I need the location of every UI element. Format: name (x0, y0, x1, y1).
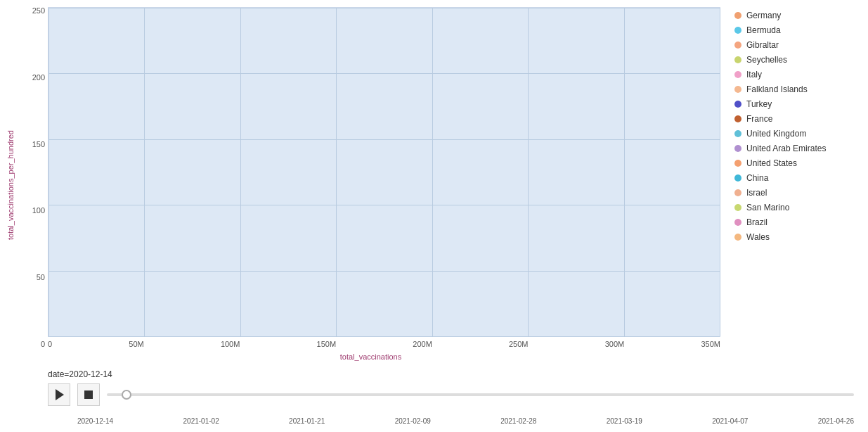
chart-frame: 250 200 150 100 50 0 (21, 7, 720, 364)
timeline-dates-row: 2020-12-14 2021-01-02 2021-01-21 2021-02… (48, 416, 854, 425)
legend-dot-uae (734, 145, 741, 152)
legend-item-sanmarino: San Marino (734, 203, 861, 212)
legend-label-turkey: Turkey (746, 99, 772, 109)
grid-line-v-5 (528, 8, 529, 336)
x-tick-0: 0 (48, 340, 52, 348)
legend: Germany Bermuda Gibraltar Seychelles (720, 7, 861, 364)
x-tick-150m: 150M (317, 340, 337, 348)
legend-item-turkey: Turkey (734, 99, 861, 109)
grid-line-v-1 (144, 8, 145, 336)
y-tick-50: 50 (21, 274, 45, 281)
legend-label-germany: Germany (746, 11, 781, 20)
legend-dot-us (734, 160, 741, 167)
legend-dot-italy (734, 71, 741, 78)
legend-item-us: United States (734, 158, 861, 168)
legend-item-wales: Wales (734, 232, 861, 242)
legend-label-france: France (746, 114, 772, 124)
playback-row (48, 383, 854, 406)
y-tick-250: 250 (21, 7, 45, 15)
timeline-slider-thumb[interactable] (122, 390, 131, 400)
y-tick-150: 150 (21, 141, 45, 148)
grid-line-v-0 (48, 8, 49, 336)
grid-line-v-3 (336, 8, 337, 336)
legend-label-china: China (746, 173, 768, 183)
y-tick-100: 100 (21, 207, 45, 215)
legend-item-bermuda: Bermuda (734, 25, 861, 35)
timeline-date-5: 2021-03-19 (607, 417, 642, 425)
legend-item-uk: United Kingdom (734, 129, 861, 139)
legend-dot-china (734, 174, 741, 182)
plot-area (48, 7, 720, 337)
chart-inner: 250 200 150 100 50 0 (21, 7, 720, 348)
x-axis-ticks: 0 50M 100M 150M 200M 250M 300M 350M (48, 337, 720, 348)
x-axis-label: total_vaccinations (21, 348, 720, 364)
chart-area: total_vaccinations_per_hundred 250 200 1… (0, 7, 861, 364)
timeline-date-7: 2021-04-26 (818, 417, 854, 425)
timeline-date-0: 2020-12-14 (77, 417, 113, 425)
legend-item-germany: Germany (734, 11, 861, 20)
date-label: date=2020-12-14 (48, 369, 854, 379)
grid-line-h-3 (48, 205, 720, 205)
y-tick-200: 200 (21, 74, 45, 82)
legend-dot-france (734, 115, 741, 122)
play-icon (56, 389, 64, 400)
legend-item-seychelles: Seychelles (734, 55, 861, 65)
grid-line-v-6 (624, 8, 625, 336)
tick-marks-svg (77, 411, 854, 414)
grid-line-h-0 (48, 8, 720, 8)
legend-dot-turkey (734, 101, 741, 108)
legend-dot-bermuda (734, 27, 741, 34)
legend-label-falkland: Falkland Islands (746, 84, 808, 94)
legend-label-brazil: Brazil (746, 217, 767, 227)
legend-dot-germany (734, 12, 741, 19)
timeline-date-1: 2021-01-02 (183, 417, 219, 425)
legend-label-sanmarino: San Marino (746, 203, 789, 212)
x-tick-350m: 350M (701, 340, 720, 348)
legend-dot-uk (734, 130, 741, 137)
grid-line-v-7 (720, 8, 720, 336)
main-container: total_vaccinations_per_hundred 250 200 1… (0, 0, 868, 432)
grid-line-v-4 (432, 8, 433, 336)
legend-label-italy: Italy (746, 70, 762, 80)
legend-item-china: China (734, 173, 861, 183)
legend-item-falkland: Falkland Islands (734, 84, 861, 94)
grid-line-h-2 (48, 139, 720, 140)
legend-label-wales: Wales (746, 232, 770, 242)
legend-dot-gibraltar (734, 42, 741, 49)
x-tick-250m: 250M (509, 340, 529, 348)
timeline-date-4: 2021-02-28 (500, 417, 536, 425)
controls-area: date=2020-12-14 2020-12-14 2021-01-02 2 (0, 364, 861, 425)
grid-line-h-4 (48, 271, 720, 272)
legend-label-uae: United Arab Emirates (746, 144, 826, 153)
legend-item-gibraltar: Gibraltar (734, 40, 861, 50)
legend-label-uk: United Kingdom (746, 129, 806, 139)
legend-dot-brazil (734, 219, 741, 226)
stop-button[interactable] (77, 383, 100, 406)
grid-lines (48, 8, 720, 336)
legend-item-italy: Italy (734, 70, 861, 80)
legend-item-france: France (734, 114, 861, 124)
legend-dot-sanmarino (734, 204, 741, 211)
chart-with-axes: 250 200 150 100 50 0 (21, 7, 861, 364)
legend-dot-falkland (734, 86, 741, 93)
legend-item-brazil: Brazil (734, 217, 861, 227)
timeline-date-6: 2021-04-07 (712, 417, 748, 425)
legend-label-seychelles: Seychelles (746, 55, 787, 65)
grid-line-h-5 (48, 336, 720, 337)
legend-item-uae: United Arab Emirates (734, 144, 861, 153)
legend-dot-wales (734, 234, 741, 241)
timeline-date-2: 2021-01-21 (289, 417, 325, 425)
grid-line-v-2 (240, 8, 241, 336)
legend-label-us: United States (746, 158, 797, 168)
legend-dot-israel (734, 189, 741, 196)
timeline-date-3: 2021-02-09 (395, 417, 431, 425)
legend-label-bermuda: Bermuda (746, 25, 781, 35)
chart-and-legend: 250 200 150 100 50 0 (21, 7, 861, 364)
x-tick-200m: 200M (413, 340, 432, 348)
play-button[interactable] (48, 383, 70, 406)
y-tick-labels: 250 200 150 100 50 0 (21, 7, 48, 348)
timeline-slider-track[interactable] (107, 393, 854, 396)
y-axis-label: total_vaccinations_per_hundred (0, 7, 21, 364)
legend-dot-seychelles (734, 56, 741, 63)
tick-marks (77, 409, 854, 414)
